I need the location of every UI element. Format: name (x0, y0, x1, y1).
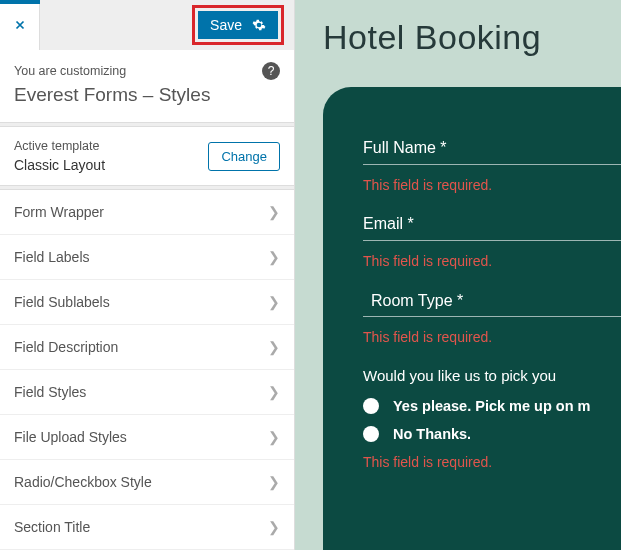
context-sub: You are customizing (14, 64, 280, 78)
section-field-labels[interactable]: Field Labels ❯ (0, 235, 294, 280)
radio-option-no[interactable]: No Thanks. (363, 426, 621, 442)
radio-icon (363, 426, 379, 442)
section-label: Field Description (14, 339, 118, 355)
radio-label: No Thanks. (393, 426, 471, 442)
gear-icon (252, 18, 266, 32)
radio-icon (363, 398, 379, 414)
pickup-question: Would you like us to pick you (363, 367, 621, 384)
context-title: Everest Forms – Styles (14, 84, 280, 106)
email-input[interactable]: Email * (363, 215, 621, 241)
section-file-upload-styles[interactable]: File Upload Styles ❯ (0, 415, 294, 460)
room-type-select[interactable]: Room Type * (363, 291, 621, 317)
chevron-right-icon: ❯ (268, 339, 280, 355)
section-label: Field Styles (14, 384, 86, 400)
error-message: This field is required. (363, 454, 621, 470)
chevron-right-icon: ❯ (268, 249, 280, 265)
page-title: Hotel Booking (323, 18, 621, 57)
section-label: Radio/Checkbox Style (14, 474, 152, 490)
email-label: Email * (363, 215, 621, 233)
section-label: Field Labels (14, 249, 90, 265)
chevron-right-icon: ❯ (268, 384, 280, 400)
active-template-row: Active template Classic Layout Change (0, 127, 294, 185)
change-template-button[interactable]: Change (208, 142, 280, 171)
save-button[interactable]: Save (198, 11, 278, 39)
error-message: This field is required. (363, 177, 621, 193)
radio-label: Yes please. Pick me up on m (393, 398, 590, 414)
template-label: Active template (14, 139, 105, 153)
save-label: Save (210, 17, 242, 33)
room-type-label: Room Type * (371, 292, 463, 310)
section-form-wrapper[interactable]: Form Wrapper ❯ (0, 190, 294, 235)
chevron-right-icon: ❯ (268, 519, 280, 535)
full-name-input[interactable]: Full Name * (363, 139, 621, 165)
section-label: Section Title (14, 519, 90, 535)
error-message: This field is required. (363, 329, 621, 345)
close-button[interactable] (0, 0, 40, 50)
preview-pane: Hotel Booking Full Name * This field is … (295, 0, 621, 550)
full-name-label: Full Name * (363, 139, 621, 157)
sections-list: Form Wrapper ❯ Field Labels ❯ Field Subl… (0, 190, 294, 550)
section-section-title[interactable]: Section Title ❯ (0, 505, 294, 550)
form-card: Full Name * This field is required. Emai… (323, 87, 621, 550)
section-label: File Upload Styles (14, 429, 127, 445)
error-message: This field is required. (363, 253, 621, 269)
chevron-right-icon: ❯ (268, 474, 280, 490)
section-label: Field Sublabels (14, 294, 110, 310)
section-radio-checkbox-style[interactable]: Radio/Checkbox Style ❯ (0, 460, 294, 505)
template-name: Classic Layout (14, 157, 105, 173)
section-label: Form Wrapper (14, 204, 104, 220)
section-field-sublabels[interactable]: Field Sublabels ❯ (0, 280, 294, 325)
save-highlight: Save (192, 5, 284, 45)
chevron-right-icon: ❯ (268, 204, 280, 220)
context-panel: You are customizing Everest Forms – Styl… (0, 50, 294, 122)
section-field-description[interactable]: Field Description ❯ (0, 325, 294, 370)
radio-option-yes[interactable]: Yes please. Pick me up on m (363, 398, 621, 414)
customizer-sidebar: Save You are customizing Everest Forms –… (0, 0, 295, 550)
close-icon (13, 18, 27, 32)
help-button[interactable]: ? (262, 62, 280, 80)
chevron-right-icon: ❯ (268, 429, 280, 445)
section-field-styles[interactable]: Field Styles ❯ (0, 370, 294, 415)
topbar: Save (0, 0, 294, 50)
chevron-right-icon: ❯ (268, 294, 280, 310)
